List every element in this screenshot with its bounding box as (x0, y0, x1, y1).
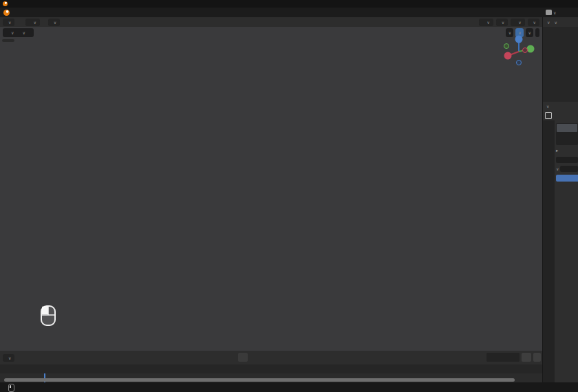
properties-editor: ∨ ▸ ∨ (543, 102, 578, 382)
drag-dropdown[interactable]: ∨ (48, 19, 60, 26)
current-frame-field[interactable] (486, 353, 520, 362)
chevron-down-icon: ∨ (22, 30, 25, 35)
frame-range-controls (486, 353, 541, 362)
blender-logo-icon (3, 1, 8, 6)
chevron-down-icon: ∨ (8, 20, 11, 25)
properties-breadcrumb (543, 111, 578, 120)
mouse-cursor-overlay (40, 305, 56, 327)
scene-selector[interactable]: ∨ (546, 10, 578, 15)
viewport-header: ∨ ∨ (3, 28, 34, 37)
particle-system-item[interactable] (557, 124, 577, 132)
proportional-editing-dropdown[interactable]: ∨ (511, 19, 524, 26)
right-sidebar: ∨ ∨ ∨ ▸ (542, 17, 578, 382)
particle-specials-row: ▸ (556, 147, 578, 154)
orientation-dropdown[interactable]: ∨ (25, 19, 39, 26)
shading-mode-group (535, 28, 539, 37)
particle-settings-field[interactable] (560, 166, 578, 172)
properties-tab-strip (543, 120, 555, 382)
particle-name-field[interactable] (556, 157, 578, 163)
particle-settings-row: ∨ (556, 165, 578, 172)
timeline-scrollbar[interactable] (4, 378, 515, 382)
outliner-header: ∨ ∨ (543, 17, 578, 27)
status-bar (0, 382, 578, 392)
viewport-3d[interactable]: ∨ ∨ ∨ ∨ ∨ (0, 27, 542, 351)
transform-orientation-dropdown[interactable]: ∨ (479, 19, 493, 26)
transport-controls (238, 353, 251, 362)
object-icon (545, 112, 552, 119)
outliner-tree (543, 27, 578, 103)
chevron-down-icon: ∨ (502, 20, 504, 25)
chevron-down-icon: ∨ (533, 20, 536, 25)
options-button[interactable]: ∨ (528, 19, 539, 26)
particle-system-list[interactable] (556, 123, 578, 145)
chevron-down-icon: ∨ (556, 166, 559, 171)
tool-settings-right: ∨ ∨ ∨ ∨ (479, 19, 539, 26)
chevron-down-icon: ∨ (518, 20, 521, 25)
frame-start-field[interactable] (522, 353, 531, 362)
timeline-editor-dropdown[interactable]: ∨ (3, 354, 14, 362)
snap-dropdown[interactable]: ∨ (496, 19, 508, 26)
chevron-down-icon: ∨ (8, 356, 11, 360)
chevron-down-icon: ∨ (486, 20, 489, 25)
expand-icon[interactable]: ▸ (556, 148, 558, 153)
chevron-down-icon: ∨ (33, 20, 36, 25)
mouse-left-icon (8, 384, 14, 392)
particle-name-row (556, 156, 578, 163)
blender-menu-icon[interactable] (3, 10, 10, 16)
title-bar (0, 0, 578, 8)
tool-settings-bar: ∨ ∨ ∨ ∨ ∨ ∨ (0, 17, 542, 27)
chevron-down-icon: ∨ (554, 20, 557, 25)
timeline-ruler[interactable] (0, 364, 542, 373)
properties-body: ▸ ∨ (543, 120, 578, 382)
scene-icon (546, 10, 552, 15)
viewport-toolbar (2, 39, 14, 42)
chevron-down-icon: ∨ (54, 20, 56, 25)
chevron-down-icon: ∨ (547, 20, 550, 25)
frame-end-field[interactable] (533, 353, 541, 362)
properties-header: ∨ (543, 102, 578, 111)
chevron-down-icon: ∨ (546, 104, 549, 109)
navigation-gizmo[interactable] (502, 34, 535, 67)
particle-settings-datablock[interactable] (556, 175, 578, 182)
active-tool-dropdown[interactable]: ∨ (3, 19, 14, 26)
chevron-down-icon: ∨ (11, 30, 14, 35)
blender-window: ∨ ∨ ∨ ∨ ∨ ∨ (0, 0, 578, 392)
properties-content: ▸ ∨ (555, 120, 578, 382)
mouse-hint-left (8, 384, 14, 392)
record-button[interactable] (238, 353, 248, 362)
timeline-header: ∨ (0, 351, 542, 364)
timeline-editor: ∨ (0, 351, 542, 382)
chevron-down-icon: ∨ (553, 10, 556, 15)
viewport-canvas[interactable] (0, 27, 542, 351)
top-bar: ∨ (0, 8, 578, 17)
